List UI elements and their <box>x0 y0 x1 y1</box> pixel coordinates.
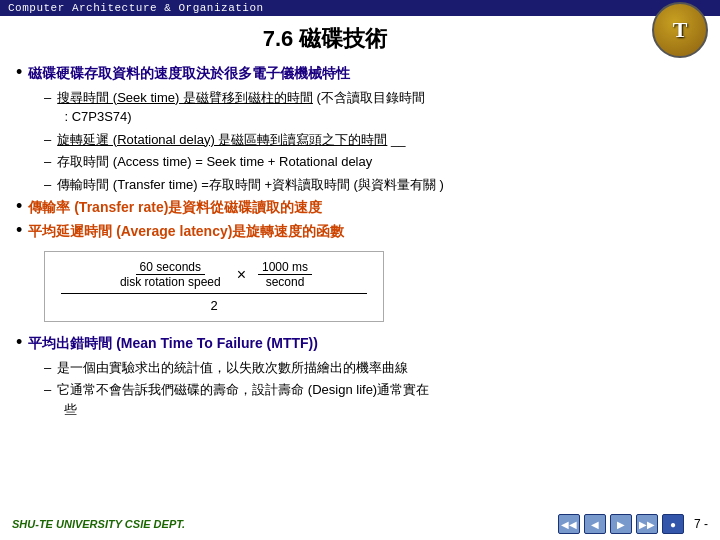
sub-item-1: – 搜尋時間 (Seek time) 是磁臂移到磁柱的時間 (不含讀取目錄時間 … <box>44 88 704 127</box>
sub-items-1: – 搜尋時間 (Seek time) 是磁臂移到磁柱的時間 (不含讀取目錄時間 … <box>44 88 704 195</box>
sub-text-4: 傳輸時間 (Transfer time) =存取時間 +資料讀取時間 (與資料量… <box>57 175 444 195</box>
formula-multiply: × <box>237 266 246 284</box>
nav-first-button[interactable]: ◀◀ <box>558 514 580 534</box>
sub-text-6: 它通常不會告訴我們磁碟的壽命，設計壽命 (Design life)通常實在 些 <box>57 380 429 419</box>
formula-line-top: 60 seconds disk rotation speed × 1000 ms… <box>61 260 367 289</box>
sub-dash-3: – <box>44 152 51 172</box>
sub-text-1: 搜尋時間 (Seek time) 是磁臂移到磁柱的時間 (不含讀取目錄時間 : … <box>57 88 425 127</box>
sub-dash-1: – <box>44 88 51 108</box>
sub-text-2: 旋轉延遲 (Rotational delay) 是磁區轉到讀寫頭之下的時間 __ <box>57 130 405 150</box>
footer-page-number: 7 - <box>694 517 708 531</box>
main-content: • 磁碟硬碟存取資料的速度取決於很多電子儀機械特性 – 搜尋時間 (Seek t… <box>0 60 720 427</box>
sub-items-2: – 是一個由實驗求出的統計值，以失敗次數所描繪出的機率曲線 – 它通常不會告訴我… <box>44 358 704 420</box>
sub-item-3: – 存取時間 (Access time) = Seek time + Rotat… <box>44 152 704 172</box>
sub-text-1-underline: 搜尋時間 (Seek time) 是磁臂移到磁柱的時間 <box>57 90 313 105</box>
sub-text-2-underline: 旋轉延遲 (Rotational delay) 是磁區轉到讀寫頭之下的時間 <box>57 132 387 147</box>
bullet-item-1: • 磁碟硬碟存取資料的速度取決於很多電子儀機械特性 <box>16 64 704 84</box>
nav-last-button[interactable]: ▶▶ <box>636 514 658 534</box>
bullet-dot-1: • <box>16 62 22 83</box>
fraction-num-left: 60 seconds <box>136 260 205 275</box>
sub-dash-2: – <box>44 130 51 150</box>
sub-item-4: – 傳輸時間 (Transfer time) =存取時間 +資料讀取時間 (與資… <box>44 175 704 195</box>
nav-next-button[interactable]: ▶ <box>610 514 632 534</box>
footer-nav: ◀◀ ◀ ▶ ▶▶ ● 7 - <box>558 514 708 534</box>
sub-dash-6: – <box>44 380 51 400</box>
bullet-dot-2: • <box>16 196 22 217</box>
bullet-dot-4: • <box>16 332 22 353</box>
page-title: 7.6 磁碟技術 <box>0 16 650 60</box>
sub-dash-4: – <box>44 175 51 195</box>
logo-circle: T <box>652 2 708 58</box>
formula-result: 2 <box>61 298 367 313</box>
bullet-text-3: 平均延遲時間 (Average latency)是旋轉速度的函數 <box>28 222 344 242</box>
formula-fraction-right: 1000 ms second <box>258 260 312 289</box>
formula-box: 60 seconds disk rotation speed × 1000 ms… <box>44 251 384 322</box>
bullet-item-2: • 傳輸率 (Transfer rate)是資料從磁碟讀取的速度 <box>16 198 704 218</box>
fraction-num-right: 1000 ms <box>258 260 312 275</box>
sub-text-2-dash: __ <box>391 132 405 147</box>
sub-text-5: 是一個由實驗求出的統計值，以失敗次數所描繪出的機率曲線 <box>57 358 408 378</box>
logo-t-letter: T <box>673 17 688 43</box>
bullet-text-1: 磁碟硬碟存取資料的速度取決於很多電子儀機械特性 <box>28 64 350 84</box>
bullet-item-4: • 平均出錯時間 (Mean Time To Failure (MTTF)) <box>16 334 704 354</box>
formula-divider <box>61 293 367 294</box>
sub-text-3: 存取時間 (Access time) = Seek time + Rotatio… <box>57 152 372 172</box>
fraction-den-left: disk rotation speed <box>116 275 225 289</box>
bullet-dot-3: • <box>16 220 22 241</box>
formula-fraction-left: 60 seconds disk rotation speed <box>116 260 225 289</box>
sub-item-5: – 是一個由實驗求出的統計值，以失敗次數所描繪出的機率曲線 <box>44 358 704 378</box>
header-bar: Computer Architecture & Organization <box>0 0 720 16</box>
bullet-text-4: 平均出錯時間 (Mean Time To Failure (MTTF)) <box>28 334 318 354</box>
bullet-text-2: 傳輸率 (Transfer rate)是資料從磁碟讀取的速度 <box>28 198 322 218</box>
footer-label: SHU-TE UNIVERSITY CSIE DEPT. <box>12 518 185 530</box>
sub-dash-5: – <box>44 358 51 378</box>
logo: T <box>652 2 712 60</box>
sub-item-2: – 旋轉延遲 (Rotational delay) 是磁區轉到讀寫頭之下的時間 … <box>44 130 704 150</box>
sub-item-6: – 它通常不會告訴我們磁碟的壽命，設計壽命 (Design life)通常實在 … <box>44 380 704 419</box>
bullet-item-3: • 平均延遲時間 (Average latency)是旋轉速度的函數 <box>16 222 704 242</box>
footer: SHU-TE UNIVERSITY CSIE DEPT. ◀◀ ◀ ▶ ▶▶ ●… <box>0 514 720 534</box>
nav-dot-button[interactable]: ● <box>662 514 684 534</box>
header-title: Computer Architecture & Organization <box>8 2 264 14</box>
fraction-den-right: second <box>262 275 309 289</box>
nav-prev-button[interactable]: ◀ <box>584 514 606 534</box>
